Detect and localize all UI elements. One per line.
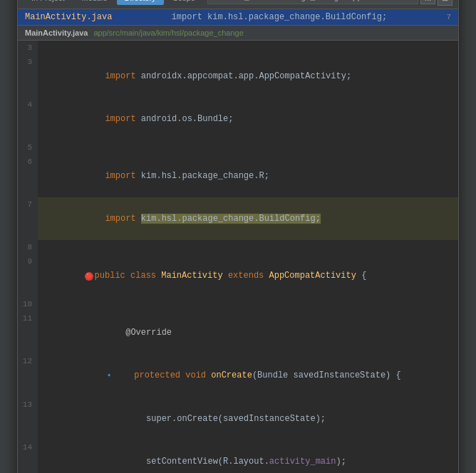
grid-icon-btn[interactable]: ⊞ xyxy=(438,0,452,6)
code-line-11: 11 @Override xyxy=(18,311,458,354)
code-line-14: 14 setContentView(R.layout.activity_main… xyxy=(18,440,458,474)
path-field: ... ⊞ xyxy=(207,0,452,6)
result-line: 7 xyxy=(446,13,451,21)
results-area: MainActivity.java import kim.hsl.package… xyxy=(18,9,458,25)
code-line-7: 7 import kim.hsl.package_change.BuildCon… xyxy=(18,197,458,240)
code-line-blank1: 3 xyxy=(18,41,458,55)
code-line-3: 3 import androidx.appcompat.app.AppCompa… xyxy=(18,55,458,98)
path-dots-btn[interactable]: ... xyxy=(420,0,435,4)
result-item[interactable]: MainActivity.java import kim.hsl.package… xyxy=(18,9,458,25)
code-line-10: 10 xyxy=(18,297,458,311)
code-line-8: 8 xyxy=(18,240,458,254)
code-header: MainActivity.java app/src/main/java/kim/… xyxy=(18,25,458,41)
tab-in-project[interactable]: In Project xyxy=(24,0,72,5)
code-line-6: 6 import kim.hsl.package_change.R; xyxy=(18,155,458,197)
tab-directory[interactable]: Directory xyxy=(117,0,164,5)
tab-scope[interactable]: Scope xyxy=(165,0,203,5)
code-line-4: 4 import android.os.Bundle; xyxy=(18,98,458,140)
path-input[interactable] xyxy=(207,0,418,4)
result-filename: MainActivity.java xyxy=(25,12,112,22)
scope-tabs: In Project Module Directory Scope ... ⊞ xyxy=(18,0,458,9)
code-filename: MainActivity.java xyxy=(25,28,88,37)
replace-in-path-dialog: Replace in Path 1 match in 1 file File m… xyxy=(17,0,459,473)
code-line-13: 13 super.onCreate(savedInstanceState); xyxy=(18,397,458,440)
result-content: import kim.hsl.package_change.BuildConfi… xyxy=(172,12,387,22)
code-line-5: 5 xyxy=(18,140,458,155)
code-area: 3 3 import androidx.appcompat.app.AppCom… xyxy=(18,41,458,474)
code-path: app/src/main/java/kim/hsl/package_change xyxy=(93,28,243,37)
code-line-9: 9 🔴public class MainActivity extends App… xyxy=(18,254,458,297)
debug-icon: 🔴 xyxy=(85,272,93,281)
tab-module[interactable]: Module xyxy=(73,0,115,5)
code-line-12: 12 🔹 protected void onCreate(Bundle save… xyxy=(18,354,458,397)
